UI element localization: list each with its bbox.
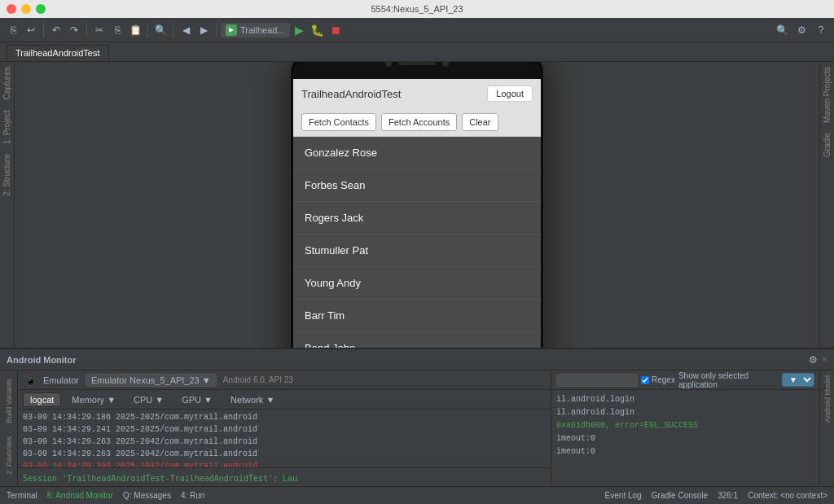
device-icon: 📱 xyxy=(24,375,37,386)
only-selected-container: Show only selected application xyxy=(678,371,779,389)
logout-button[interactable]: Logout xyxy=(487,85,533,102)
log-tab-memory[interactable]: Memory ▼ xyxy=(64,392,123,407)
window-controls[interactable] xyxy=(7,4,46,14)
contact-item[interactable]: Forbes Sean xyxy=(293,169,541,202)
android-model-sidebar: Android Model xyxy=(819,370,834,486)
run-tab[interactable]: 4: Run xyxy=(181,491,204,500)
log-tab-logcat[interactable]: logcat xyxy=(23,392,61,407)
only-selected-label: Show only selected application xyxy=(678,371,779,389)
toolbar-icon-2[interactable]: ↩ xyxy=(23,22,39,38)
log-line: 03-09 14:34:29.241 2025-2025/com.mytrail… xyxy=(23,423,546,436)
phone-device: TrailheadAndroidTest Logout Fetch Contac… xyxy=(291,62,543,348)
toolbar-separator xyxy=(43,23,44,37)
left-sidebar: Captures 1: Project 2: Structure xyxy=(0,62,15,348)
captures-label[interactable]: Captures xyxy=(1,62,13,105)
app-button-row: Fetch Contacts Fetch Accounts Clear xyxy=(293,108,541,137)
run-config-selector[interactable]: ▶ Trailhead... xyxy=(221,23,290,37)
project-label[interactable]: 1: Project xyxy=(1,105,13,149)
toolbar-icon-paste[interactable]: 📋 xyxy=(127,22,143,38)
phone-top xyxy=(293,62,541,79)
log-area: 📱 Emulator Emulator Nexus_5_API_23 ▼ And… xyxy=(18,370,551,486)
log-tab-network[interactable]: Network ▼ xyxy=(223,392,282,407)
session-bar: Session 'TrailheadAndroidTest-TrailheadA… xyxy=(18,467,551,486)
run-button[interactable]: ▶ xyxy=(292,22,308,38)
search-icon[interactable]: 🔍 xyxy=(774,22,790,38)
contact-item[interactable]: Young Andy xyxy=(293,267,541,300)
run-config-label: Trailhead... xyxy=(240,25,285,35)
toolbar-separator-4 xyxy=(173,23,173,37)
context-label: Context: <no context> xyxy=(748,491,827,500)
toolbar-icon-cut[interactable]: ✂ xyxy=(91,22,108,38)
panel-controls: ⚙ ✕ xyxy=(809,354,827,366)
close-button[interactable] xyxy=(7,4,16,14)
toolbar-icon-forward[interactable]: ▶ xyxy=(195,22,212,38)
contact-item[interactable]: Stumuller Pat xyxy=(293,234,541,267)
toolbar-separator-3 xyxy=(147,23,148,37)
toolbar-icon-find[interactable]: 🔍 xyxy=(152,22,169,38)
event-log-btn[interactable]: Event Log xyxy=(605,491,642,500)
gradle-console-btn[interactable]: Gradle Console xyxy=(652,491,708,500)
panel-left-icons: Build Variants 2: Favorites xyxy=(0,370,18,486)
maximize-button[interactable] xyxy=(36,4,46,14)
contact-item[interactable]: Bond John xyxy=(293,332,541,348)
session-text: Session 'TrailheadAndroidTest-TrailheadA… xyxy=(23,474,297,483)
android-model-label[interactable]: Android Model xyxy=(822,370,833,427)
maven-label[interactable]: Maven Projects xyxy=(821,62,833,128)
clear-button[interactable]: Clear xyxy=(462,113,498,131)
log-line: 03-09 14:34:29.263 2025-2042/com.mytrail… xyxy=(23,436,546,448)
log-lines: 03-09 14:34:29.186 2025-2025/com.mytrail… xyxy=(18,410,551,467)
android-monitor-tab[interactable]: 6: Android Monitor xyxy=(47,491,113,500)
fetch-accounts-button[interactable]: Fetch Accounts xyxy=(381,113,457,131)
log-tab-cpu[interactable]: CPU ▼ xyxy=(126,392,171,407)
terminal-tab[interactable]: Terminal xyxy=(7,491,37,500)
debug-button[interactable]: 🐛 xyxy=(309,22,326,38)
app-filter-dropdown[interactable]: ▼ xyxy=(782,373,814,387)
tab-bar: TrailheadAndroidTest xyxy=(0,42,834,62)
right-log-line: imeout:0 xyxy=(556,432,814,445)
log-line: 03-09 14:34:29.186 2025-2025/com.mytrail… xyxy=(23,411,546,423)
status-right: Event Log Gradle Console 326:1 Context: … xyxy=(605,491,827,500)
phone-camera xyxy=(385,62,392,67)
gradle-label[interactable]: Gradle xyxy=(821,128,833,162)
right-log-toolbar: Regex Show only selected application ▼ xyxy=(551,370,819,390)
right-log-panel: Regex Show only selected application ▼ i… xyxy=(551,370,819,486)
favorites-label[interactable]: 2: Favorites xyxy=(3,432,15,480)
toolbar-icon-redo[interactable]: ↷ xyxy=(66,22,82,38)
stop-button[interactable]: ⏹ xyxy=(327,22,344,38)
minimize-button[interactable] xyxy=(21,4,31,14)
right-log-line: il.android.login xyxy=(556,406,814,419)
phone-screen: TrailheadAndroidTest Logout Fetch Contac… xyxy=(293,79,541,348)
help-icon[interactable]: ? xyxy=(813,22,829,38)
build-variants-label[interactable]: Build Variants xyxy=(3,374,15,428)
tab-main[interactable]: TrailheadAndroidTest xyxy=(7,45,109,61)
emulator-device-selector[interactable]: Emulator Nexus_5_API_23 ▼ xyxy=(86,374,217,387)
app-header: TrailheadAndroidTest Logout xyxy=(293,79,541,108)
log-search-input[interactable] xyxy=(556,374,638,387)
structure-label[interactable]: 2: Structure xyxy=(1,149,13,201)
toolbar-separator-2 xyxy=(86,23,87,37)
contact-item[interactable]: Rogers Jack xyxy=(293,202,541,234)
status-bar: Terminal 6: Android Monitor Q: Messages … xyxy=(0,486,834,504)
log-tabs: logcatMemory ▼CPU ▼GPU ▼Network ▼ xyxy=(18,390,551,410)
toolbar-right: 🔍 ⚙ ? xyxy=(774,22,829,38)
right-log-lines: il.android.loginil.android.login0xa01db0… xyxy=(551,390,819,486)
ide-toolbar: ⎘ ↩ ↶ ↷ ✂ ⎘ 📋 🔍 ◀ ▶ ▶ Trailhead... ▶ 🐛 ⏹… xyxy=(0,18,834,42)
regex-label: Regex xyxy=(652,375,675,384)
toolbar-icon-1[interactable]: ⎘ xyxy=(5,22,21,38)
toolbar-icon-undo[interactable]: ↶ xyxy=(48,22,64,38)
messages-tab[interactable]: Q: Messages xyxy=(123,491,171,500)
emulator-bar: 📱 Emulator Emulator Nexus_5_API_23 ▼ And… xyxy=(18,370,551,390)
settings-icon[interactable]: ⚙ xyxy=(793,22,810,38)
status-left: Terminal 6: Android Monitor Q: Messages … xyxy=(7,491,204,500)
regex-checkbox[interactable] xyxy=(641,376,649,384)
panel-settings-icon[interactable]: ⚙ xyxy=(809,354,818,366)
panel-close-icon[interactable]: ✕ xyxy=(821,355,827,364)
contact-item[interactable]: Barr Tim xyxy=(293,300,541,332)
log-tab-gpu[interactable]: GPU ▼ xyxy=(174,392,220,407)
log-line: 03-09 14:34:29.399 2025-2042/com.mytrail… xyxy=(23,460,546,467)
contact-list: Gonzalez RoseForbes SeanRogers JackStumu… xyxy=(293,137,541,348)
contact-item[interactable]: Gonzalez Rose xyxy=(293,137,541,169)
fetch-contacts-button[interactable]: Fetch Contacts xyxy=(301,113,376,131)
toolbar-icon-back[interactable]: ◀ xyxy=(178,22,194,38)
toolbar-icon-copy[interactable]: ⎘ xyxy=(109,22,125,38)
